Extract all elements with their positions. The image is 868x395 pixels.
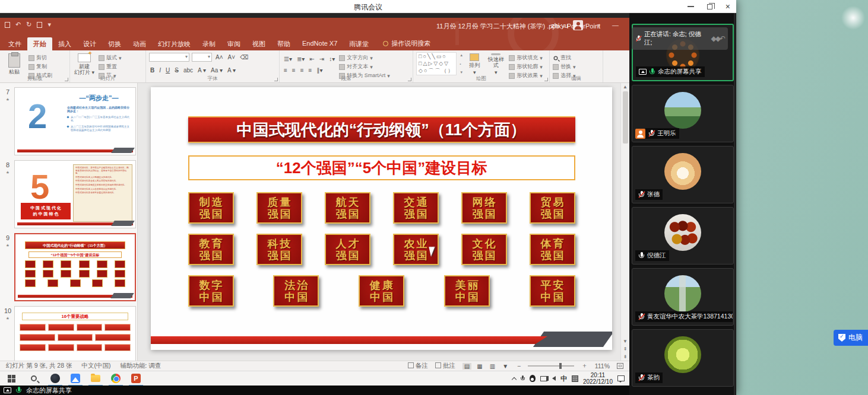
shape-fill-button[interactable]: 形状填充 ▾ bbox=[509, 54, 543, 62]
align-right-button[interactable]: ≡ bbox=[299, 67, 305, 74]
font-style-button-b[interactable]: B bbox=[149, 67, 156, 74]
notes-toggle[interactable]: 备注 bbox=[408, 362, 428, 370]
tab-开始[interactable]: 开始 bbox=[27, 37, 52, 50]
font-style-button-u[interactable]: U bbox=[164, 67, 171, 74]
tab-幻灯片放映[interactable]: 幻灯片放映 bbox=[152, 37, 197, 50]
scrollbar-thumb[interactable] bbox=[623, 91, 628, 144]
vertical-scrollbar[interactable]: ▲ ▼ ⇞ ⇟ bbox=[620, 83, 629, 361]
font-style-button-i[interactable]: I bbox=[158, 67, 162, 74]
tab-视图[interactable]: 视图 bbox=[246, 37, 271, 50]
comments-toggle[interactable]: 批注 bbox=[435, 362, 455, 370]
minimize-icon[interactable] bbox=[688, 6, 694, 7]
numbering-button[interactable]: ≣▾ bbox=[296, 56, 306, 62]
tab-录制[interactable]: 录制 bbox=[197, 37, 221, 50]
paste-button[interactable]: 粘贴 bbox=[3, 52, 26, 75]
replace-button[interactable]: 替换 ▾ bbox=[553, 63, 576, 71]
slide-thumbnail-8[interactable]: 5 中 国 式 现 代 化 的 中 国 特 色 中国式现代化，是中国共产党领导的… bbox=[14, 160, 136, 228]
participant-tile-黄友谊华中农大茶学13871413052[interactable]: 黄友谊华中农大茶学13871413052 bbox=[632, 268, 734, 326]
font-size-dropdown[interactable] bbox=[192, 53, 212, 62]
indent-increase-button[interactable]: ⇥ bbox=[318, 56, 325, 62]
line-spacing-button[interactable]: ↕▾ bbox=[328, 56, 336, 62]
clear-format-button[interactable]: ⌫ bbox=[239, 54, 249, 60]
save-icon[interactable] bbox=[5, 22, 10, 28]
shape-row[interactable]: ◇○⌒⌒（） bbox=[419, 67, 454, 74]
reset-button[interactable]: 重置 bbox=[99, 63, 122, 71]
fit-to-window-icon[interactable] bbox=[617, 363, 623, 369]
tab-雨课堂[interactable]: 雨课堂 bbox=[343, 37, 375, 50]
account-name[interactable]: zhi yu bbox=[551, 22, 568, 29]
font-extra-button-0[interactable]: A ▾ bbox=[197, 67, 207, 74]
qat-more-icon[interactable]: ▾ bbox=[47, 21, 51, 28]
arrange-button[interactable]: 排列▾ bbox=[466, 52, 483, 75]
language-label[interactable]: 中文(中国) bbox=[81, 362, 110, 370]
tray-expand-icon[interactable] bbox=[512, 377, 517, 381]
font-extra-button-2[interactable]: A ▾ bbox=[226, 67, 237, 74]
touch-keyboard-icon[interactable] bbox=[572, 375, 578, 382]
quick-styles-button[interactable]: 快速样式▾ bbox=[486, 52, 506, 75]
justify-button[interactable]: ≡ bbox=[308, 67, 313, 74]
drawing-dialog-launcher[interactable] bbox=[544, 78, 548, 81]
shape-row[interactable]: □△▷▽◇▽ bbox=[419, 60, 454, 67]
taskbar-app-explorer[interactable] bbox=[85, 371, 106, 386]
new-slide-button[interactable]: 新建幻灯片 ▾ bbox=[73, 52, 96, 75]
start-button[interactable] bbox=[0, 371, 23, 386]
shape-row[interactable]: □○╲╲▭○ bbox=[419, 53, 454, 60]
participant-tile-张德[interactable]: 张德 bbox=[632, 146, 734, 203]
scroll-down-icon[interactable]: ▼ bbox=[623, 339, 628, 344]
ribbon-options-icon[interactable]: ⌅ bbox=[596, 21, 601, 29]
taskbar-app-powerpoint[interactable]: P bbox=[126, 371, 146, 386]
restore-icon[interactable] bbox=[707, 4, 712, 9]
slideshow-view-button[interactable]: ▼ bbox=[500, 363, 510, 369]
clipboard-dialog-launcher[interactable] bbox=[65, 78, 68, 81]
animation-star-icon[interactable]: ★ bbox=[6, 170, 9, 175]
zoom-slider-knob[interactable] bbox=[559, 363, 562, 369]
indent-decrease-button[interactable]: ⇤ bbox=[308, 56, 315, 62]
pc-manager-badge[interactable]: 电脑 bbox=[834, 330, 868, 346]
zoom-in-button[interactable]: ＋ bbox=[581, 362, 588, 370]
align-center-button[interactable]: ≡ bbox=[291, 67, 297, 74]
font-dialog-launcher[interactable] bbox=[274, 78, 278, 81]
tell-me-box[interactable]: 操作说明搜索 bbox=[383, 39, 430, 50]
animation-star-icon[interactable]: ★ bbox=[6, 97, 9, 102]
animation-star-icon[interactable]: ★ bbox=[6, 316, 9, 321]
copy-button[interactable]: 复制 bbox=[28, 63, 52, 71]
columns-button[interactable]: ∥▾ bbox=[315, 67, 324, 74]
reading-view-button[interactable]: ▥ bbox=[488, 363, 497, 369]
find-button[interactable]: 查找 bbox=[553, 54, 576, 62]
grow-font-button[interactable]: A˄ bbox=[214, 54, 224, 60]
align-text-button[interactable]: 对齐文本 ▾ bbox=[339, 63, 390, 71]
tab-动画[interactable]: 动画 bbox=[127, 37, 152, 50]
ppt-minimize-icon[interactable]: — bbox=[612, 21, 619, 29]
shapes-gallery[interactable]: □○╲╲▭○□△▷▽◇▽◇○⌒⌒（） bbox=[416, 52, 457, 75]
cut-button[interactable]: 剪切 bbox=[28, 54, 52, 62]
tab-EndNote X7[interactable]: EndNote X7 bbox=[296, 37, 343, 50]
bullets-button[interactable]: ☰▾ bbox=[283, 56, 293, 62]
taskbar-search-button[interactable] bbox=[23, 371, 45, 386]
taskbar-app-chrome[interactable] bbox=[106, 371, 126, 386]
paragraph-dialog-launcher[interactable] bbox=[408, 78, 411, 81]
font-style-button-s[interactable]: S bbox=[173, 67, 180, 74]
account-avatar[interactable] bbox=[573, 20, 583, 30]
font-style-button-abc[interactable]: abc bbox=[182, 67, 194, 74]
tab-帮助[interactable]: 帮助 bbox=[271, 37, 296, 50]
close-icon[interactable]: × bbox=[726, 2, 730, 11]
shrink-font-button[interactable]: A˅ bbox=[227, 54, 237, 60]
undo-icon[interactable]: ↶ bbox=[15, 21, 21, 28]
zoom-slider[interactable] bbox=[528, 365, 574, 367]
redo-icon[interactable]: ↻ bbox=[26, 21, 31, 28]
tab-审阅[interactable]: 审阅 bbox=[221, 37, 246, 50]
previous-slide-icon[interactable]: ⇞ bbox=[623, 346, 628, 352]
participant-tile-王明乐[interactable]: 王明乐 bbox=[632, 85, 734, 142]
slide-thumbnail-10[interactable]: 16个重要战略 bbox=[14, 306, 136, 361]
tab-文件[interactable]: 文件 bbox=[2, 37, 27, 50]
animation-star-icon[interactable]: ★ bbox=[6, 243, 9, 248]
tray-mic-icon[interactable] bbox=[521, 375, 525, 381]
tab-插入[interactable]: 插入 bbox=[52, 37, 77, 50]
taskbar-app-photos[interactable] bbox=[65, 371, 85, 386]
notification-center-icon[interactable] bbox=[617, 375, 625, 381]
qq-tray-icon[interactable] bbox=[530, 375, 536, 382]
text-direction-button[interactable]: 文字方向 ▾ bbox=[339, 54, 390, 62]
accessibility-label[interactable]: 辅助功能: 调查 bbox=[120, 362, 161, 370]
font-name-dropdown[interactable] bbox=[149, 53, 189, 62]
volume-tray-icon[interactable] bbox=[552, 376, 556, 381]
